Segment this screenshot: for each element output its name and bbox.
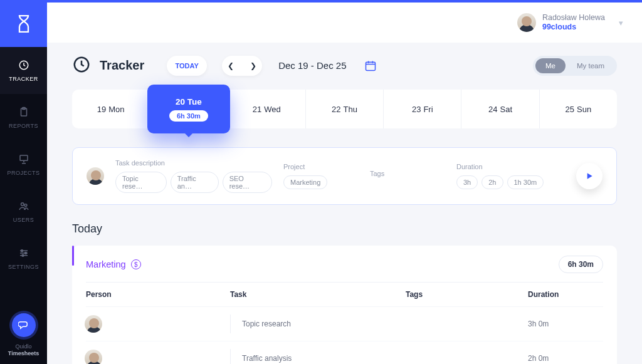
- sidebar-item-users[interactable]: USERS: [0, 188, 47, 235]
- svg-point-6: [21, 249, 23, 251]
- sidebar-nav: TRACKER REPORTS PROJECTS USERS SETTINGS: [0, 47, 47, 282]
- topbar: Radosław Holewa 99clouds ▾: [47, 0, 642, 43]
- prev-week-button[interactable]: ❮: [223, 61, 239, 70]
- next-week-button[interactable]: ❯: [245, 61, 261, 70]
- week-bar: 19Mon 20 Tue 6h 30m 21Wed 22Thu 23Fri 24…: [72, 90, 617, 128]
- day-thu[interactable]: 22Thu: [306, 90, 384, 128]
- page-title: Tracker: [100, 58, 144, 73]
- duration-label: Duration: [456, 163, 550, 170]
- today-panel: Marketing $ 6h 30m Person Task Tags Dura…: [72, 246, 617, 364]
- avatar: [87, 167, 104, 185]
- task-suggestion-chip[interactable]: Traffic an…: [171, 172, 219, 193]
- day-fri[interactable]: 23Fri: [384, 90, 461, 128]
- svg-rect-3: [20, 155, 28, 160]
- new-entry-panel: Task description Topic rese… Traffic an……: [72, 147, 617, 205]
- chevron-down-icon: ▾: [619, 18, 623, 28]
- day-mon[interactable]: 19Mon: [72, 90, 150, 128]
- sidebar-item-label: TRACKER: [9, 76, 38, 82]
- task-suggestion-chip[interactable]: SEO rese…: [223, 172, 272, 193]
- svg-point-8: [22, 254, 24, 256]
- day-sun[interactable]: 25Sun: [540, 90, 617, 128]
- sliders-icon: [18, 247, 29, 260]
- svg-rect-10: [366, 62, 375, 70]
- clock-icon: [72, 55, 91, 76]
- avatar: [517, 13, 536, 32]
- clock-icon: [18, 60, 29, 72]
- day-wed[interactable]: 21Wed: [228, 90, 306, 128]
- sidebar-item-label: USERS: [13, 217, 34, 223]
- project-suggestion-chip[interactable]: Marketing: [283, 175, 327, 189]
- task-suggestion-chip[interactable]: Topic rese…: [115, 172, 167, 193]
- sidebar-item-settings[interactable]: SETTINGS: [0, 235, 47, 282]
- billable-icon: $: [131, 259, 141, 269]
- table-row[interactable]: Traffic analysis 2h 0m: [86, 341, 603, 364]
- svg-point-7: [24, 252, 26, 254]
- date-range: Dec 19 - Dec 25: [278, 60, 346, 71]
- user-org: 99clouds: [542, 23, 605, 32]
- sidebar-item-projects[interactable]: PROJECTS: [0, 141, 47, 188]
- duration-suggestion-chip[interactable]: 2h: [482, 175, 503, 189]
- user-name: Radosław Holewa: [542, 13, 605, 23]
- sidebar-item-label: PROJECTS: [7, 170, 39, 176]
- day-tue-active[interactable]: 20 Tue 6h 30m: [150, 90, 228, 128]
- sidebar-item-reports[interactable]: REPORTS: [0, 94, 47, 141]
- start-timer-button[interactable]: [576, 163, 603, 189]
- tags-label: Tags: [370, 170, 445, 177]
- day-sat[interactable]: 24Sat: [461, 90, 539, 128]
- presentation-icon: [18, 153, 29, 166]
- today-button[interactable]: TODAY: [167, 56, 207, 76]
- today-section-title: Today: [72, 222, 617, 236]
- task-label: Task description: [115, 159, 272, 167]
- week-nav: ❮ ❯: [222, 56, 262, 76]
- day-total-badge: 6h 30m: [169, 110, 208, 122]
- chat-support-button[interactable]: [12, 313, 36, 337]
- avatar: [85, 350, 102, 364]
- avatar: [85, 315, 102, 333]
- sidebar-item-tracker[interactable]: TRACKER: [0, 47, 47, 94]
- duration-suggestion-chip[interactable]: 3h: [456, 175, 478, 189]
- page-header: Tracker TODAY ❮ ❯ Dec 19 - Dec 25 Me My …: [72, 55, 617, 76]
- table-row[interactable]: Topic research 3h 0m: [86, 307, 603, 341]
- segment-team[interactable]: My team: [567, 58, 614, 73]
- calendar-button[interactable]: [364, 60, 377, 72]
- sidebar: TRACKER REPORTS PROJECTS USERS SETTINGS: [0, 0, 47, 364]
- sidebar-item-label: REPORTS: [9, 123, 38, 129]
- svg-point-5: [24, 204, 27, 206]
- app-logo[interactable]: [0, 0, 47, 47]
- sidebar-item-label: SETTINGS: [8, 264, 39, 270]
- table-header: Person Task Tags Duration: [86, 283, 603, 307]
- segment-me[interactable]: Me: [535, 58, 566, 73]
- svg-point-4: [21, 202, 24, 205]
- scope-segment: Me My team: [533, 56, 617, 76]
- project-label: Project: [283, 163, 359, 170]
- user-menu[interactable]: Radosław Holewa 99clouds ▾: [517, 13, 623, 32]
- duration-suggestion-chip[interactable]: 1h 30m: [507, 175, 544, 189]
- group-total: 6h 30m: [559, 256, 603, 273]
- clipboard-icon: [18, 107, 29, 119]
- users-icon: [18, 200, 29, 213]
- project-group-header[interactable]: Marketing $: [86, 259, 141, 269]
- brand-caption: Quidlo Timesheets: [8, 343, 39, 358]
